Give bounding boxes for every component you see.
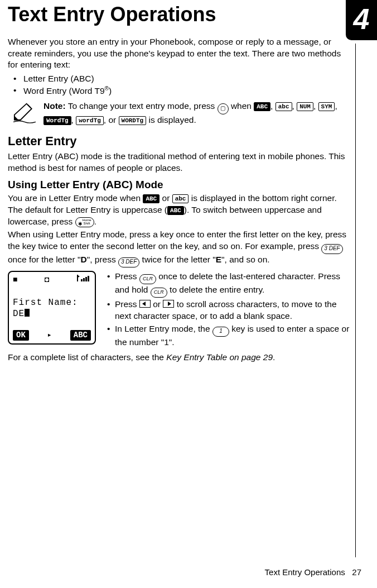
- screen-line2: DE: [13, 308, 91, 319]
- footer-page-number: 27: [352, 567, 361, 577]
- p2e: ", and so on.: [221, 255, 270, 264]
- p2a: When using Letter Entry mode, press a ke…: [8, 230, 346, 251]
- note-end: is displayed.: [146, 115, 196, 125]
- note-text: Note: To change your text entry mode, pr…: [44, 101, 352, 126]
- method-t9-suffix: ): [109, 86, 112, 95]
- signal-bars-icon: [76, 275, 91, 286]
- svg-rect-2: [85, 277, 87, 281]
- using-abc-heading: Using Letter Entry (ABC) Mode: [8, 178, 352, 192]
- mode-wordtg-caps-icon: WORDTg: [119, 116, 147, 125]
- method-item-abc: Letter Entry (ABC): [8, 73, 352, 85]
- clr-key-icon: CLR: [139, 274, 156, 284]
- closer-paragraph: For a complete list of characters, see t…: [8, 352, 352, 364]
- p1a: You are in Letter Entry mode when: [8, 193, 143, 203]
- p1b: or: [160, 193, 172, 203]
- page-title: Text Entry Operations: [8, 0, 361, 28]
- screen-line1: First Name:: [13, 297, 91, 308]
- using-abc-p2: When using Letter Entry mode, press a ke…: [8, 229, 352, 267]
- letter-entry-heading: Letter Entry: [8, 133, 352, 150]
- softkey-abc: ABC: [70, 330, 91, 341]
- intro-paragraph: Whenever you store an entry in your Phon…: [8, 36, 352, 71]
- mode-sym-icon: SYM: [318, 102, 335, 111]
- mode-num-icon: NUM: [297, 102, 313, 111]
- mode-abc-upper-icon: ABC: [254, 102, 270, 111]
- footer-section: Text Entry Operations: [265, 567, 345, 577]
- page-footer: Text Entry Operations 27: [265, 567, 361, 578]
- letter-d: D: [80, 255, 86, 264]
- p2d: twice for the letter ": [139, 255, 215, 264]
- key-3def-icon-2: 3 DEF: [118, 257, 139, 267]
- mode-abc-upper-inline2-icon: ABC: [167, 206, 184, 215]
- note-when: when: [229, 101, 254, 111]
- cursor-icon: [25, 309, 30, 317]
- left-arrow-key-icon: [139, 300, 151, 308]
- p1e: .: [94, 217, 96, 226]
- mode-abc-lower-inline-icon: abc: [172, 194, 189, 203]
- softkey-icon: ▢: [218, 103, 229, 114]
- mode-wordtg-lower-icon: wordTg: [76, 116, 104, 125]
- method-item-t9: Word Entry (Word T9®): [8, 85, 352, 97]
- using-abc-p1: You are in Letter Entry mode when ABC or…: [8, 193, 352, 228]
- star-shift-key-icon: ✱HomeShift: [75, 217, 94, 227]
- registered-mark: ®: [105, 85, 109, 92]
- side-bullet-one-key: In Letter Entry mode, the 1 key is used …: [105, 323, 352, 348]
- phone-screen-illustration: ■ ◘ First Name:: [8, 271, 96, 345]
- svg-rect-0: [81, 279, 83, 281]
- one-key-icon: 1: [212, 327, 229, 337]
- note-or: or: [106, 115, 118, 125]
- mode-abc-lower-icon: abc: [276, 102, 292, 111]
- note-block: Note: To change your text entry mode, pr…: [8, 101, 352, 126]
- letter-e: E: [216, 255, 221, 264]
- key-3def-icon: 3 DEF: [321, 244, 342, 254]
- svg-rect-3: [88, 276, 89, 281]
- key-entry-table-ref: Key Entry Table on page 29: [166, 352, 273, 362]
- side-bullet-clr: Press CLR once to delete the last-entere…: [105, 271, 352, 298]
- mode-abc-upper-inline-icon: ABC: [143, 194, 160, 203]
- pencil-icon: [11, 101, 38, 125]
- status-icon-mid: ◘: [45, 275, 49, 286]
- mode-wordtg-upper-icon: WordTg: [44, 116, 71, 125]
- side-bullet-arrows: Press or to scroll across characters, to…: [105, 299, 352, 322]
- softkey-ok: OK: [13, 330, 29, 341]
- method-list: Letter Entry (ABC) Word Entry (Word T9®): [8, 73, 352, 97]
- screen-side-bullets: Press CLR once to delete the last-entere…: [105, 271, 352, 350]
- right-arrow-key-icon: [163, 300, 174, 308]
- p2c: ", press: [87, 255, 118, 264]
- status-icon-left: ■: [13, 275, 17, 286]
- svg-rect-1: [83, 278, 85, 281]
- note-part1: To change your text entry mode, press: [66, 101, 218, 111]
- p2b: once for the letter ": [8, 255, 80, 264]
- clr-key-icon-2: CLR: [151, 288, 167, 298]
- letter-entry-desc: Letter Entry (ABC) mode is the tradition…: [8, 151, 352, 174]
- note-label: Note:: [44, 101, 66, 111]
- method-t9-prefix: Word Entry (Word T9: [23, 86, 105, 95]
- softkey-arrow-icon: ▸: [47, 330, 52, 341]
